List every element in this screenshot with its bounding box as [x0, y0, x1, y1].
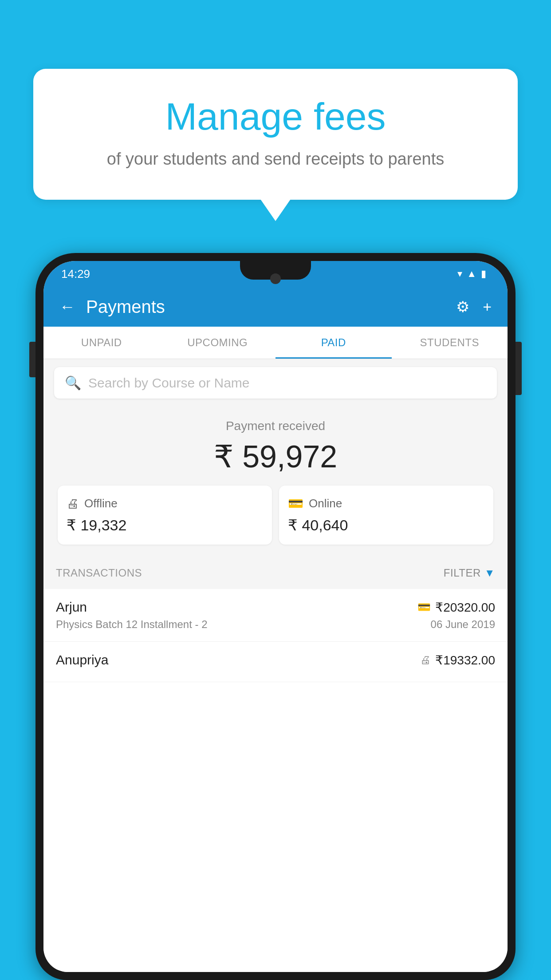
online-card: 💳 Online ₹ 40,640 — [279, 486, 493, 545]
offline-icon: 🖨 — [67, 496, 79, 511]
bubble-title: Manage fees — [69, 95, 482, 138]
header-actions: ⚙ + — [456, 298, 492, 316]
transaction-amount-wrap: 🖨 ₹19332.00 — [420, 653, 495, 668]
offline-label: Offline — [84, 497, 118, 510]
online-label: Online — [309, 497, 342, 510]
transactions-label: TRANSACTIONS — [56, 567, 142, 579]
filter-label: FILTER — [444, 567, 481, 579]
table-row[interactable]: Arjun 💳 ₹20320.00 Physics Batch 12 Insta… — [43, 589, 508, 642]
speech-bubble: Manage fees of your students and send re… — [33, 69, 518, 200]
status-time: 14:29 — [61, 267, 90, 281]
payment-cards: 🖨 Offline ₹ 19,332 💳 Online ₹ 40,640 — [54, 486, 497, 545]
tab-unpaid[interactable]: UNPAID — [43, 327, 160, 359]
app-header: ← Payments ⚙ + — [43, 287, 508, 327]
transaction-top: Arjun 💳 ₹20320.00 — [56, 600, 495, 615]
battery-icon: ▮ — [481, 268, 486, 280]
payment-received-label: Payment received — [54, 419, 497, 433]
table-row[interactable]: Anupriya 🖨 ₹19332.00 — [43, 642, 508, 682]
phone-shell: 14:29 ▾ ▲ ▮ ← Payments ⚙ + UNPAID UPCOMI… — [35, 253, 516, 980]
transactions-header: TRANSACTIONS FILTER ▼ — [43, 557, 508, 589]
search-container: 🔍 Search by Course or Name — [43, 359, 508, 407]
search-bar[interactable]: 🔍 Search by Course or Name — [54, 367, 497, 399]
online-amount: ₹ 40,640 — [288, 516, 484, 534]
phone-camera — [270, 273, 281, 284]
settings-icon[interactable]: ⚙ — [456, 298, 469, 316]
tabs-bar: UNPAID UPCOMING PAID STUDENTS — [43, 327, 508, 359]
cash-payment-icon: 🖨 — [420, 654, 431, 666]
offline-card-header: 🖨 Offline — [67, 496, 263, 511]
signal-icon: ▲ — [467, 268, 476, 280]
transaction-top: Anupriya 🖨 ₹19332.00 — [56, 652, 495, 668]
tab-paid[interactable]: PAID — [276, 327, 392, 359]
transaction-amount-wrap: 💳 ₹20320.00 — [417, 600, 495, 615]
transaction-date: 06 June 2019 — [431, 618, 495, 631]
wifi-icon: ▾ — [457, 268, 462, 280]
speech-bubble-container: Manage fees of your students and send re… — [33, 69, 518, 200]
transaction-amount: ₹20320.00 — [435, 600, 495, 615]
card-payment-icon: 💳 — [417, 601, 431, 613]
offline-amount: ₹ 19,332 — [67, 516, 263, 534]
volume-button — [29, 342, 35, 377]
phone-screen: 14:29 ▾ ▲ ▮ ← Payments ⚙ + UNPAID UPCOMI… — [43, 261, 508, 972]
back-button[interactable]: ← — [59, 297, 75, 316]
status-icons: ▾ ▲ ▮ — [457, 268, 486, 280]
tab-upcoming[interactable]: UPCOMING — [160, 327, 276, 359]
transactions-list: Arjun 💳 ₹20320.00 Physics Batch 12 Insta… — [43, 589, 508, 972]
filter-button[interactable]: FILTER ▼ — [444, 567, 495, 579]
search-placeholder-text: Search by Course or Name — [88, 375, 250, 391]
offline-card: 🖨 Offline ₹ 19,332 — [58, 486, 272, 545]
payment-total-amount: ₹ 59,972 — [54, 439, 497, 475]
header-title: Payments — [86, 297, 456, 317]
add-icon[interactable]: + — [483, 298, 492, 316]
power-button — [516, 342, 522, 395]
transaction-name: Anupriya — [56, 652, 108, 668]
transaction-amount: ₹19332.00 — [435, 653, 495, 668]
search-icon: 🔍 — [65, 375, 81, 391]
bubble-subtitle: of your students and send receipts to pa… — [69, 147, 482, 171]
filter-icon: ▼ — [484, 567, 495, 579]
transaction-bottom: Physics Batch 12 Installment - 2 06 June… — [56, 618, 495, 631]
online-icon: 💳 — [288, 496, 303, 511]
payment-summary: Payment received ₹ 59,972 🖨 Offline ₹ 19… — [43, 407, 508, 557]
tab-students[interactable]: STUDENTS — [392, 327, 508, 359]
transaction-course: Physics Batch 12 Installment - 2 — [56, 618, 207, 631]
online-card-header: 💳 Online — [288, 496, 484, 511]
transaction-name: Arjun — [56, 600, 87, 615]
phone-notch — [240, 261, 311, 280]
